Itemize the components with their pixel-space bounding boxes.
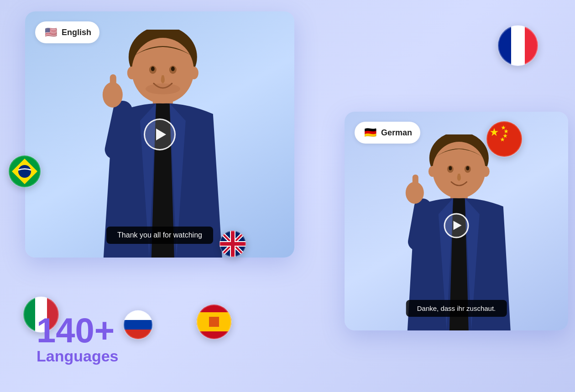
svg-point-8: [151, 67, 155, 71]
russia-flag: [123, 310, 153, 340]
english-video-card: 🇺🇸 English Thank you all for watching: [25, 11, 294, 258]
svg-point-24: [481, 166, 490, 177]
svg-point-23: [429, 166, 437, 177]
china-flag: [486, 121, 523, 157]
svg-point-11: [189, 67, 199, 79]
stats-number: 140+: [37, 313, 118, 348]
background: 🇺🇸 English Thank you all for watching: [0, 0, 575, 392]
english-lang-label: English: [62, 28, 91, 37]
svg-point-12: [146, 83, 180, 94]
svg-rect-18: [413, 175, 418, 196]
us-flag-badge: 🇺🇸: [43, 25, 58, 40]
spain-flag: [196, 304, 232, 340]
svg-rect-58: [219, 242, 246, 246]
svg-point-9: [171, 67, 175, 71]
uk-flag: [219, 230, 246, 258]
svg-rect-67: [123, 320, 153, 330]
german-video-card: 🇩🇪 German Danke, dass ihr zuschaut.: [345, 112, 568, 330]
english-subtitle: Thank you all for watching: [106, 227, 213, 244]
svg-point-42: [18, 165, 31, 178]
english-lang-badge: 🇺🇸 English: [35, 21, 99, 43]
svg-rect-28: [511, 25, 525, 66]
france-flag: [497, 25, 538, 66]
svg-point-21: [449, 166, 452, 170]
svg-point-10: [127, 67, 136, 79]
english-play-button[interactable]: [144, 119, 176, 150]
svg-point-14: [433, 142, 486, 198]
german-lang-badge: 🇩🇪 German: [355, 122, 420, 144]
german-subtitle: Danke, dass ihr zuschaut.: [406, 300, 507, 317]
stats-container: 140+ Languages: [37, 313, 118, 365]
svg-rect-5: [110, 74, 116, 98]
de-flag-badge: 🇩🇪: [363, 125, 377, 140]
svg-point-22: [466, 166, 469, 170]
german-lang-label: German: [381, 128, 412, 138]
brazil-flag: [8, 155, 41, 188]
german-play-button[interactable]: [444, 213, 469, 238]
svg-rect-63: [209, 317, 219, 327]
stats-label: Languages: [37, 348, 118, 365]
